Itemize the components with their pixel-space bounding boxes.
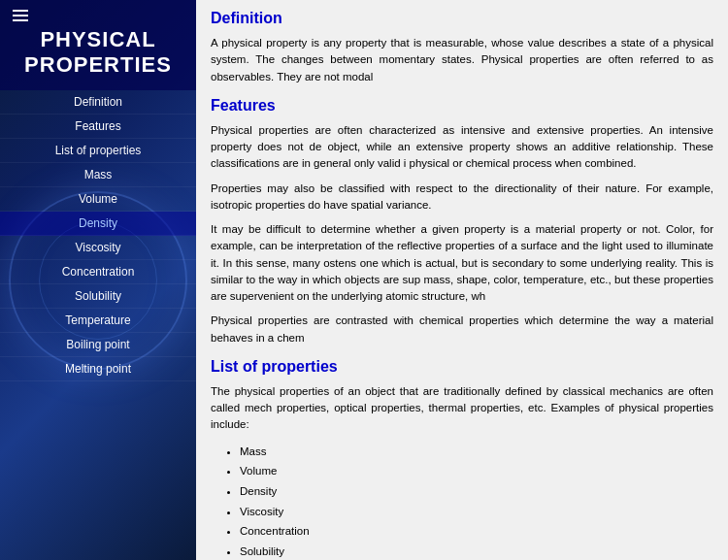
sidebar: PHYSICAL PROPERTIES DefinitionFeaturesLi… (0, 0, 196, 560)
list-item: Concentration (240, 521, 713, 542)
sidebar-title: PHYSICAL PROPERTIES (5, 27, 191, 79)
sidebar-item-boiling-point[interactable]: Boiling point (0, 333, 196, 357)
features-title: Features (211, 97, 713, 115)
main-content: Definition A physical property is any pr… (196, 0, 728, 560)
sidebar-item-melting-point[interactable]: Melting point (0, 357, 196, 381)
property-list: MassVolumeDensityViscosityConcentrationS… (211, 442, 713, 561)
sidebar-item-density[interactable]: Density (0, 212, 196, 236)
hamburger-icon (13, 10, 28, 21)
list-of-properties-title: List of properties (211, 358, 713, 376)
sidebar-item-concentration[interactable]: Concentration (0, 260, 196, 284)
definition-title: Definition (211, 10, 713, 27)
title-line2: PROPERTIES (24, 52, 172, 77)
features-para-3: It may be difficult to determine whether… (211, 221, 713, 305)
sidebar-item-solubility[interactable]: Solubility (0, 284, 196, 309)
list-item: Mass (240, 442, 713, 462)
list-item: Density (240, 481, 713, 502)
sidebar-item-features[interactable]: Features (0, 115, 196, 139)
menu-icon-bar (5, 10, 191, 21)
list-intro: The physical properties of an object tha… (211, 383, 713, 434)
features-para-1: Physical properties are often characteri… (211, 122, 713, 173)
sidebar-header: PHYSICAL PROPERTIES (0, 0, 196, 90)
list-item: Solubility (240, 542, 713, 560)
sidebar-item-volume[interactable]: Volume (0, 187, 196, 212)
features-para-2: Properties may also be classified with r… (211, 181, 713, 214)
sidebar-item-mass[interactable]: Mass (0, 163, 196, 187)
sidebar-item-list-of-properties[interactable]: List of properties (0, 139, 196, 163)
sidebar-nav: DefinitionFeaturesList of propertiesMass… (0, 90, 196, 381)
title-line1: PHYSICAL (40, 27, 155, 51)
list-item: Volume (240, 461, 713, 481)
sidebar-item-definition[interactable]: Definition (0, 90, 196, 115)
sidebar-item-viscosity[interactable]: Viscosity (0, 236, 196, 260)
features-para-4: Physical properties are contrasted with … (211, 313, 713, 346)
sidebar-item-temperature[interactable]: Temperature (0, 309, 196, 333)
definition-para-1: A physical property is any property that… (211, 35, 713, 85)
list-item: Viscosity (240, 502, 713, 522)
